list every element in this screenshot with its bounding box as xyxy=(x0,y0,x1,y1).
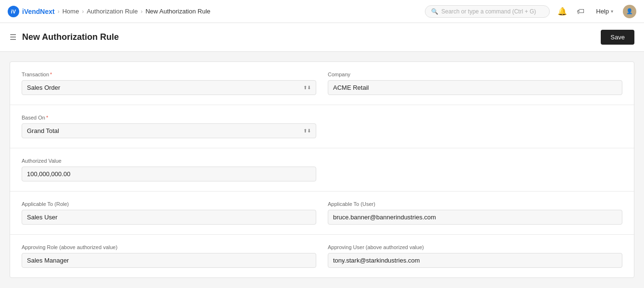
select-transaction[interactable]: Sales Order ⬆⬇ xyxy=(22,80,316,95)
form-group-approving-user: Approving User (above authorized value) … xyxy=(328,244,622,268)
label-company: Company xyxy=(328,72,622,77)
nav-right: 🔍 Search or type a command (Ctrl + G) 🔔 … xyxy=(425,5,636,18)
label-approving-role: Approving Role (above authorized value) xyxy=(22,244,316,250)
input-authorized-value[interactable]: 100,000,000.00 xyxy=(22,167,316,181)
form-group-based-on: Based On* Grand Total ⬆⬇ xyxy=(22,115,316,138)
breadcrumb-home[interactable]: Home xyxy=(62,8,79,15)
form-row-3: Authorized Value 100,000,000.00 xyxy=(22,158,622,181)
label-applicable-role: Applicable To (Role) xyxy=(22,201,316,207)
section-based-on: Based On* Grand Total ⬆⬇ xyxy=(10,105,634,148)
form-group-applicable-user: Applicable To (User) bruce.banner@banner… xyxy=(328,201,622,225)
brand-icon: iV xyxy=(8,6,19,17)
notification-icon[interactable]: 🔔 xyxy=(556,5,569,18)
input-approving-role[interactable]: Sales Manager xyxy=(22,253,316,268)
hamburger-icon[interactable]: ☰ xyxy=(10,33,16,42)
form-card: Transaction* Sales Order ⬆⬇ Company ACME… xyxy=(10,61,634,278)
breadcrumb-sep-3: › xyxy=(141,8,143,15)
input-company[interactable]: ACME Retail xyxy=(328,80,622,95)
form-group-transaction: Transaction* Sales Order ⬆⬇ xyxy=(22,72,316,95)
label-transaction: Transaction* xyxy=(22,72,316,77)
page-header-left: ☰ New Authorization Rule xyxy=(10,32,119,42)
page-header: ☰ New Authorization Rule Save xyxy=(0,23,644,52)
brand-name: iVendNext xyxy=(22,8,55,15)
nav-left: iV iVendNext › Home › Authorization Rule… xyxy=(8,6,211,17)
select-transaction-value: Sales Order xyxy=(27,84,60,91)
select-based-on-arrow: ⬆⬇ xyxy=(303,128,311,133)
breadcrumb-sep-1: › xyxy=(58,8,60,15)
form-row-1: Transaction* Sales Order ⬆⬇ Company ACME… xyxy=(22,72,622,95)
input-applicable-role[interactable]: Sales User xyxy=(22,210,316,225)
input-approving-user[interactable]: tony.stark@starkindustries.com xyxy=(328,253,622,268)
select-based-on[interactable]: Grand Total ⬆⬇ xyxy=(22,123,316,138)
brand[interactable]: iV iVendNext xyxy=(8,6,55,17)
search-box[interactable]: 🔍 Search or type a command (Ctrl + G) xyxy=(425,5,550,18)
search-icon: 🔍 xyxy=(431,8,438,15)
select-transaction-arrow: ⬆⬇ xyxy=(303,85,311,90)
label-approving-user: Approving User (above authorized value) xyxy=(328,244,622,250)
form-row-5: Approving Role (above authorized value) … xyxy=(22,244,622,268)
help-button[interactable]: Help ▾ xyxy=(592,6,617,17)
top-nav: iV iVendNext › Home › Authorization Rule… xyxy=(0,0,644,23)
tag-icon[interactable]: 🏷 xyxy=(575,5,586,18)
section-approving: Approving Role (above authorized value) … xyxy=(10,235,634,277)
required-star-based-on: * xyxy=(46,115,48,120)
help-chevron-icon: ▾ xyxy=(611,9,613,14)
main-content: Transaction* Sales Order ⬆⬇ Company ACME… xyxy=(0,52,644,288)
form-group-approving-role: Approving Role (above authorized value) … xyxy=(22,244,316,268)
avatar[interactable]: 👤 xyxy=(623,5,636,18)
page-title: New Authorization Rule xyxy=(22,32,119,42)
section-transaction-company: Transaction* Sales Order ⬆⬇ Company ACME… xyxy=(10,62,634,105)
save-button[interactable]: Save xyxy=(601,30,634,45)
label-authorized-value: Authorized Value xyxy=(22,158,316,164)
form-group-company: Company ACME Retail xyxy=(328,72,622,95)
search-placeholder: Search or type a command (Ctrl + G) xyxy=(441,8,536,15)
label-applicable-user: Applicable To (User) xyxy=(328,201,622,207)
select-based-on-value: Grand Total xyxy=(27,127,59,134)
help-label: Help xyxy=(596,8,609,15)
section-authorized-value: Authorized Value 100,000,000.00 xyxy=(10,148,634,192)
form-row-4: Applicable To (Role) Sales User Applicab… xyxy=(22,201,622,225)
breadcrumb-new-auth-rule: New Authorization Rule xyxy=(146,8,211,15)
section-applicable-to: Applicable To (Role) Sales User Applicab… xyxy=(10,192,634,235)
label-based-on: Based On* xyxy=(22,115,316,120)
form-row-2: Based On* Grand Total ⬆⬇ xyxy=(22,115,622,138)
form-group-applicable-role: Applicable To (Role) Sales User xyxy=(22,201,316,225)
required-star-transaction: * xyxy=(50,72,52,77)
input-applicable-user[interactable]: bruce.banner@bannerindustries.com xyxy=(328,210,622,225)
breadcrumb-sep-2: › xyxy=(82,8,84,15)
breadcrumb-auth-rule[interactable]: Authorization Rule xyxy=(87,8,137,15)
form-group-authorized-value: Authorized Value 100,000,000.00 xyxy=(22,158,316,181)
